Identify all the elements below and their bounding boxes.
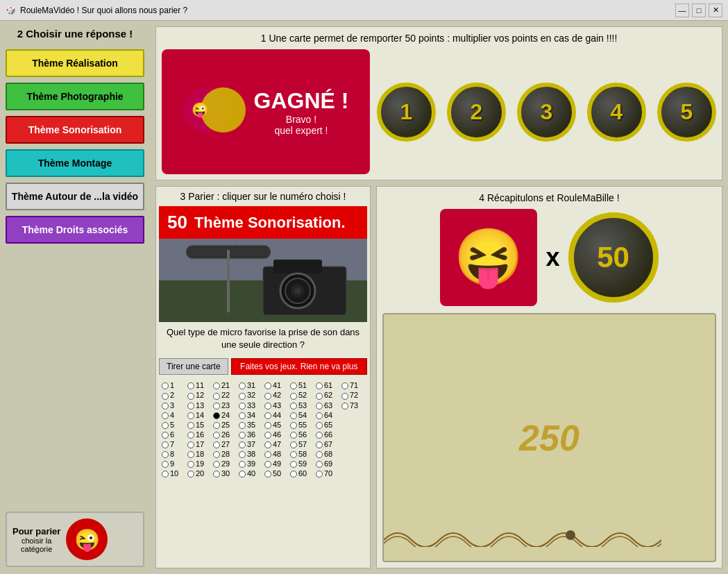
ball-5[interactable]: 5 — [657, 83, 716, 142]
theme-photographie-button[interactable]: Thème Photographie — [6, 83, 144, 110]
sidebar: 2 Choisir une réponse ! Thème Réalisatio… — [0, 21, 150, 574]
theme-sonorisation-button[interactable]: Thème Sonorisation — [6, 116, 144, 144]
number-balls: 1 2 3 4 5 — [377, 83, 716, 142]
svg-rect-22 — [227, 250, 230, 312]
window-controls[interactable]: — □ ✕ — [675, 3, 722, 17]
sidebar-title: 2 Choisir une réponse ! — [6, 28, 144, 40]
close-button[interactable]: ✕ — [709, 3, 722, 17]
recap-title: 4 Récapitulons et RouleMaBille ! — [382, 192, 716, 203]
theme-droits-button[interactable]: Thème Droits associés — [6, 216, 144, 244]
svg-point-21 — [294, 287, 301, 294]
theme-realisation-button[interactable]: Thème Réalisation — [6, 49, 144, 77]
maximize-button[interactable]: □ — [692, 3, 706, 17]
parier-theme-label: Thème Sonorisation. — [194, 214, 346, 232]
score-box: 250 — [382, 313, 716, 562]
recap-ball: 50 — [568, 212, 659, 303]
pour-parier-line2: choisir la — [12, 537, 60, 545]
ball-2[interactable]: 2 — [447, 83, 506, 142]
theme-autour-button[interactable]: Thème Autour de ...la vidéo — [6, 183, 144, 210]
recap-top: 😝 x 50 — [382, 209, 716, 306]
numbers-grid[interactable]: 1112131415161712122232425262723132333435… — [156, 378, 370, 481]
tirer-carte-button[interactable]: Tirer une carte — [159, 358, 228, 375]
gagne-sub2: quel expert ! — [274, 125, 328, 136]
title-bar: 🎲 RouleMaVidéo ! Sur quoi allons nous pa… — [0, 0, 728, 21]
score-number: 250 — [519, 417, 579, 459]
parier-points: 50 — [167, 212, 187, 233]
gagne-sub1: Bravo ! — [286, 114, 316, 125]
main-content: 1 Une carte permet de remporter 50 point… — [150, 21, 728, 574]
top-title: 1 Une carte permet de remporter 50 point… — [162, 33, 716, 44]
parier-panel: 3 Parier : cliquer sur le numéro choisi … — [155, 186, 371, 568]
recap-emoji: 😝 — [440, 209, 537, 306]
wavy-line — [384, 519, 661, 547]
pour-parier-line1: Pour parier — [12, 526, 60, 537]
ball-4[interactable]: 4 — [587, 83, 646, 142]
bottom-section: 3 Parier : cliquer sur le numéro choisi … — [155, 186, 722, 568]
ball-3[interactable]: 3 — [517, 83, 576, 142]
gagne-card: 😜 GAGNÉ ! Bravo ! quel expert ! — [162, 49, 370, 174]
recap-panel: 4 Récapitulons et RouleMaBille ! 😝 x 50 … — [376, 186, 722, 568]
parier-title: 3 Parier : cliquer sur le numéro choisi … — [156, 187, 370, 206]
app-icon: 🎲 — [6, 6, 16, 15]
parier-buttons: Tirer une carte Faites vos jeux. Rien ne… — [156, 355, 370, 378]
theme-montage-button[interactable]: Thème Montage — [6, 149, 144, 177]
app-title: RouleMaVidéo ! Sur quoi allons nous pari… — [20, 6, 187, 15]
minimize-button[interactable]: — — [675, 3, 689, 17]
pour-parier-line3: catégorie — [12, 545, 60, 553]
svg-rect-17 — [273, 260, 322, 273]
faites-vos-jeux-button[interactable]: Faites vos jeux. Rien ne va plus — [231, 358, 367, 375]
ball-1[interactable]: 1 — [377, 83, 436, 142]
sidebar-emoji: 😜 — [66, 518, 108, 560]
gagne-label: GAGNÉ ! — [254, 88, 349, 114]
parier-image — [159, 239, 367, 322]
pour-parier-section: Pour parier choisir la catégorie 😜 — [6, 512, 144, 567]
parier-question: Quel type de micro favorise la prise de … — [156, 322, 370, 355]
multiplier-symbol: x — [545, 243, 559, 272]
parier-card: 50 Thème Sonorisation. — [159, 206, 367, 239]
top-section: 1 Une carte permet de remporter 50 point… — [155, 26, 722, 180]
